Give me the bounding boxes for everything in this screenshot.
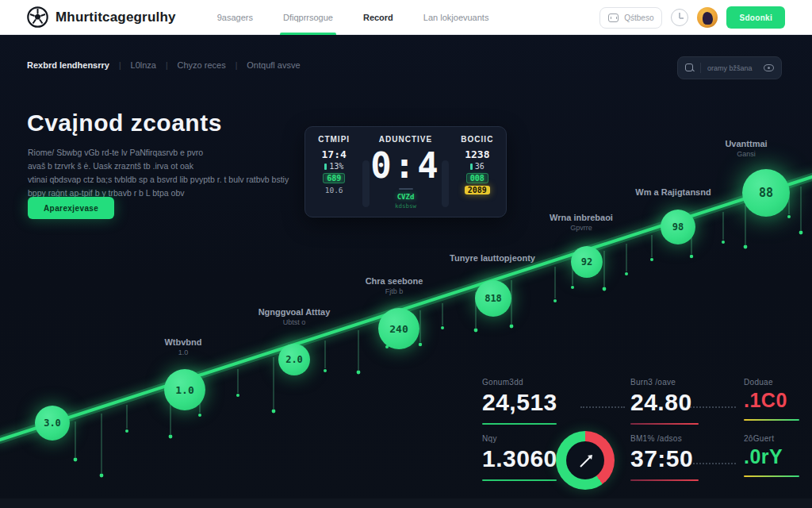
search-icon — [685, 64, 694, 72]
soccer-ball-logo-icon — [27, 6, 48, 28]
scoreboard-card: CTMIPI 17:4 13% 689 10.6 ADUNCTIVE 0:4 C… — [304, 126, 507, 217]
scoreboard-right-column: BOCIIC 1238 36 008 2089 — [449, 127, 506, 217]
node-label-2: Wtbvbnd1.0 — [164, 337, 201, 356]
milestone-node-5[interactable]: 818 — [475, 280, 511, 317]
message-icon — [608, 13, 619, 22]
breadcrumb-separator: | — [166, 61, 168, 70]
stat-6: 2ôGuert .0rY — [744, 434, 806, 477]
description-line: avaš b tzrvrk š ė. Uask zrazntš tb .irva… — [28, 160, 323, 173]
milestone-node-2[interactable]: 1.0 — [164, 369, 205, 410]
scoreboard-right-row1: 1238 — [465, 148, 489, 160]
scoreboard-sub1: CVZd — [397, 193, 415, 201]
navbar-right: Qśtbeso Sdoonki — [599, 0, 785, 35]
scoreboard-left-column: CTMIPI 17:4 13% 689 10.6 — [305, 127, 362, 217]
node-label-6: Wrna inbrebaoiGpvrre — [550, 213, 613, 232]
scoreboard-divider — [442, 160, 449, 207]
stat-5: BM1% /adsos 37:50 — [630, 434, 718, 481]
user-avatar[interactable] — [697, 7, 718, 28]
node-label-8: UvanttmaiGansi — [725, 139, 767, 158]
footer-strip — [0, 498, 812, 508]
stat-label: Burn3 /oave — [630, 378, 718, 387]
stat-2: Burn3 /oave 24.80 — [630, 378, 718, 425]
tick-icon — [470, 164, 473, 170]
scoreboard-sub2: kdsbsw — [395, 202, 416, 210]
stat-underline — [744, 419, 799, 421]
trend-arrow-icon — [576, 452, 596, 471]
stat-underline — [482, 423, 557, 425]
node-label-4: Chra seeboneFjtb b — [366, 276, 423, 295]
brand[interactable]: Mhurtitcagegrulhy — [27, 6, 176, 28]
stat-underline — [630, 423, 699, 425]
scoreboard-score: 0:4 — [370, 147, 440, 185]
description-line: Riome/ Sbwbg vGb rd-te lv PaNfirqasrvb e… — [28, 146, 323, 160]
scoreboard-left-row1: 17:4 — [322, 148, 347, 160]
stat-label: 2ôGuert — [744, 434, 806, 443]
scoreboard-left-badge: 689 — [323, 173, 345, 183]
search-placeholder: oramy bžšana — [707, 64, 757, 72]
milestone-node-3[interactable]: 2.0 — [278, 344, 310, 375]
scoreboard-left-footer: 10.6 — [325, 186, 343, 194]
milestone-node-4[interactable]: 240 — [378, 308, 419, 349]
scoreboard-divider — [362, 160, 370, 207]
scoreboard-right-badge2: 2089 — [465, 186, 490, 194]
top-navbar: Mhurtitcagegrulhy 9asagers Dfiqprrsogue … — [0, 0, 812, 35]
description-line: vtinai qbdsvap ctz ba;s tvbldb sp a bsvr… — [28, 173, 323, 187]
dotted-separator — [580, 406, 625, 408]
breadcrumb: Rexbrd lendhensrry | L0lnza | Chyzo rece… — [27, 60, 301, 70]
scoreboard-right-header: BOCIIC — [461, 135, 493, 144]
navbar-search[interactable]: Qśtbeso — [599, 7, 662, 29]
breadcrumb-item-1[interactable]: Rexbrd lendhensrry — [27, 60, 109, 70]
stat-value: .1C0 — [744, 389, 806, 412]
nav-item-3[interactable]: Record — [363, 0, 393, 35]
navbar-cta-button[interactable]: Sdoonki — [726, 6, 785, 29]
stat-label: Doduae — [744, 378, 806, 387]
score-dash — [399, 188, 413, 190]
nav-item-1[interactable]: 9asagers — [217, 0, 253, 35]
milestone-node-1[interactable]: 3.0 — [35, 406, 70, 441]
stat-value: 24,513 — [482, 389, 577, 416]
stat-value: 24.80 — [630, 389, 718, 416]
clock-icon[interactable] — [671, 9, 688, 26]
nav-item-4[interactable]: Lan lokjoevuants — [423, 0, 489, 35]
page-title: Cvaįnod zcoants — [27, 110, 222, 137]
breadcrumb-item-2[interactable]: L0lnza — [131, 60, 156, 70]
hero-cta-button[interactable]: Aparexjevase — [28, 197, 114, 219]
page-description: Riome/ Sbwbg vGb rd-te lv PaNfirqasrvb e… — [28, 146, 323, 200]
stat-value: 37:50 — [630, 445, 718, 472]
breadcrumb-item-3[interactable]: Chyzo reces — [178, 60, 226, 70]
milestone-node-7[interactable]: 98 — [661, 210, 695, 244]
stat-value: .0rY — [744, 445, 806, 468]
donut-chart — [556, 431, 615, 490]
brand-name: Mhurtitcagegrulhy — [56, 10, 176, 25]
stat-underline — [744, 475, 799, 477]
scoreboard-left-row2: 13% — [324, 162, 343, 171]
stat-label: BM1% /adsos — [630, 434, 718, 443]
navbar-search-label: Qśtbeso — [624, 13, 653, 22]
scoreboard-center-column: ADUNCTIVE 0:4 CVZd kdsbsw — [370, 127, 441, 217]
app: Mhurtitcagegrulhy 9asagers Dfiqprrsogue … — [0, 0, 812, 508]
tick-icon — [324, 164, 327, 170]
main-nav: 9asagers Dfiqprrsogue Record Lan lokjoev… — [217, 0, 489, 35]
stat-label: Gonum3dd — [482, 378, 577, 387]
divider — [700, 63, 701, 73]
stat-underline — [630, 479, 699, 481]
breadcrumb-separator: | — [119, 61, 121, 70]
breadcrumb-separator: | — [236, 61, 238, 70]
node-label-5: Tunyre lauttopjeonty — [450, 253, 535, 263]
node-label-3: Ngnggvoal AtttayUbtst o — [259, 307, 331, 326]
node-label-7: Wm a Rajigtansnd — [635, 187, 710, 197]
stat-3: Doduae .1C0 — [744, 378, 806, 421]
scoreboard-right-row2: 36 — [470, 162, 485, 171]
scoreboard-center-header: ADUNCTIVE — [379, 135, 432, 144]
stat-1: Gonum3dd 24,513 — [482, 378, 577, 425]
scoreboard-left-header: CTMIPI — [318, 135, 350, 144]
nav-item-2[interactable]: Dfiqprrsogue — [283, 0, 333, 35]
scoreboard-right-badge: 008 — [466, 173, 488, 183]
breadcrumb-item-4[interactable]: Ontqufl avsve — [247, 60, 300, 70]
milestone-node-6[interactable]: 92 — [571, 246, 603, 278]
stat-underline — [482, 479, 557, 481]
milestone-node-8[interactable]: 88 — [742, 169, 790, 217]
page-search-input[interactable]: oramy bžšana — [677, 56, 782, 79]
eye-icon[interactable] — [764, 64, 774, 71]
